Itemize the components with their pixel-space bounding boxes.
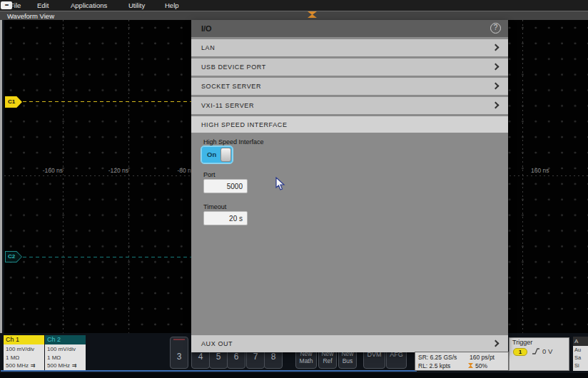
menu-item-lan[interactable]: LAN bbox=[191, 39, 508, 56]
chevron-right-icon bbox=[492, 44, 500, 51]
channel-1-scale: 100 mV/div bbox=[6, 345, 42, 354]
menu-item-aux-out[interactable]: AUX OUT bbox=[191, 335, 508, 352]
menu-applications[interactable]: Applications bbox=[71, 1, 107, 9]
axis-tick-label: -80 ns bbox=[164, 167, 194, 174]
probe-icon: ⇉ bbox=[31, 362, 36, 369]
partial-panel-header: A bbox=[573, 337, 588, 346]
waveform-view-title: Waveform View bbox=[7, 12, 54, 20]
menu-item-vxi-11-server[interactable]: VXI-11 SERVER bbox=[191, 97, 508, 114]
menu-help[interactable]: Help bbox=[165, 1, 179, 9]
io-dialog: I/O ? LAN USB DEVICE PORT SOCKET SERVER … bbox=[191, 20, 508, 352]
io-dialog-header[interactable]: I/O ? bbox=[191, 20, 508, 37]
sample-rate-value: SR: 6.25 GS/s bbox=[418, 354, 457, 361]
grid-line bbox=[128, 20, 129, 333]
channel-3-button[interactable]: 3 bbox=[170, 337, 188, 369]
menu-edit[interactable]: Edit bbox=[37, 1, 49, 9]
rising-edge-icon bbox=[532, 347, 540, 355]
trigger-source-badge[interactable]: 1 bbox=[513, 348, 527, 356]
trigger-panel[interactable]: Trigger 1 0 V bbox=[509, 337, 569, 371]
high-speed-interface-label: High Speed Interface bbox=[203, 138, 264, 145]
menu-file[interactable]: File bbox=[10, 1, 21, 9]
axis-tick-label: 160 ns bbox=[531, 167, 561, 174]
horizontal-position-icon bbox=[468, 363, 473, 368]
channel-2-badge-title: Ch 2 bbox=[45, 335, 86, 344]
grid-line bbox=[522, 20, 523, 333]
left-edge-strip bbox=[0, 20, 2, 333]
grid-line bbox=[63, 20, 64, 333]
time-per-point-value: 160 ps/pt bbox=[470, 354, 495, 361]
trigger-panel-title: Trigger bbox=[512, 339, 532, 346]
channel-3-color-bar bbox=[173, 339, 185, 340]
timeout-input[interactable]: 20 s bbox=[203, 211, 248, 225]
channel-2-impedance: 1 MΩ bbox=[47, 354, 83, 362]
channel-2-marker[interactable]: C2 bbox=[5, 251, 22, 262]
channel-1-badge[interactable]: Ch 1 100 mV/div 1 MΩ 500 MHz⇉ bbox=[4, 335, 44, 372]
help-icon[interactable]: ? bbox=[490, 23, 501, 34]
results-bar-divider bbox=[1, 370, 417, 372]
menu-item-usb-device-port[interactable]: USB DEVICE PORT bbox=[191, 58, 508, 76]
channel-1-impedance: 1 MΩ bbox=[6, 354, 42, 362]
horizontal-position-value: 50% bbox=[475, 362, 487, 369]
mouse-cursor bbox=[275, 177, 285, 191]
channel-2-bandwidth: 500 MHz⇉ bbox=[47, 362, 83, 370]
chevron-right-icon bbox=[492, 83, 500, 90]
chevron-right-icon bbox=[492, 63, 500, 71]
probe-icon: ⇉ bbox=[72, 362, 77, 369]
channel-1-marker-label: C1 bbox=[8, 96, 15, 108]
channel-1-marker[interactable]: C1 bbox=[5, 96, 22, 108]
toggle-state-label: On bbox=[207, 150, 216, 158]
bottom-strip bbox=[0, 373, 588, 378]
chevron-right-icon bbox=[492, 102, 500, 109]
channel-2-badge-body: 100 mV/div 1 MΩ 500 MHz⇉ bbox=[45, 344, 86, 372]
partial-panel-body: Au Sa Si bbox=[573, 346, 588, 371]
acquisition-partial-panel[interactable]: A Au Sa Si bbox=[573, 337, 588, 371]
io-dialog-title: I/O bbox=[201, 20, 212, 37]
channel-2-badge[interactable]: Ch 2 100 mV/div 1 MΩ 500 MHz⇉ bbox=[45, 335, 86, 372]
menu-item-high-speed-interface[interactable]: HIGH SPEED INTERFACE bbox=[191, 116, 508, 133]
axis-tick-label: -120 ns bbox=[98, 167, 128, 174]
port-label: Port bbox=[203, 171, 216, 178]
waveform-view-titlebar: Waveform View bbox=[0, 11, 588, 20]
channel-1-bandwidth: 500 MHz⇉ bbox=[6, 362, 42, 370]
axis-tick-label: -160 ns bbox=[33, 167, 63, 174]
menu-bar: ••• File Edit Applications Utility Help bbox=[0, 0, 588, 11]
record-length-value: RL: 2.5 kpts bbox=[418, 362, 450, 369]
menu-utility[interactable]: Utility bbox=[128, 1, 145, 9]
channel-1-badge-body: 100 mV/div 1 MΩ 500 MHz⇉ bbox=[4, 344, 44, 372]
channel-2-scale: 100 mV/div bbox=[47, 345, 83, 354]
port-input[interactable]: 5000 bbox=[203, 179, 248, 193]
chevron-right-icon bbox=[492, 340, 500, 347]
trigger-level-value: 0 V bbox=[542, 347, 552, 355]
menu-item-socket-server[interactable]: SOCKET SERVER bbox=[191, 78, 508, 95]
acquisition-info-panel[interactable]: SR: 6.25 GS/s RL: 2.5 kpts 160 ps/pt 50% bbox=[415, 352, 509, 371]
toggle-knob[interactable] bbox=[220, 148, 231, 162]
channel-2-marker-label: C2 bbox=[8, 251, 15, 262]
channel-1-badge-title: Ch 1 bbox=[4, 335, 44, 344]
channel-1-baseline bbox=[23, 101, 191, 102]
timeout-label: Timeout bbox=[203, 203, 226, 210]
high-speed-interface-toggle[interactable]: On bbox=[201, 145, 233, 164]
channel-2-baseline bbox=[23, 257, 191, 257]
